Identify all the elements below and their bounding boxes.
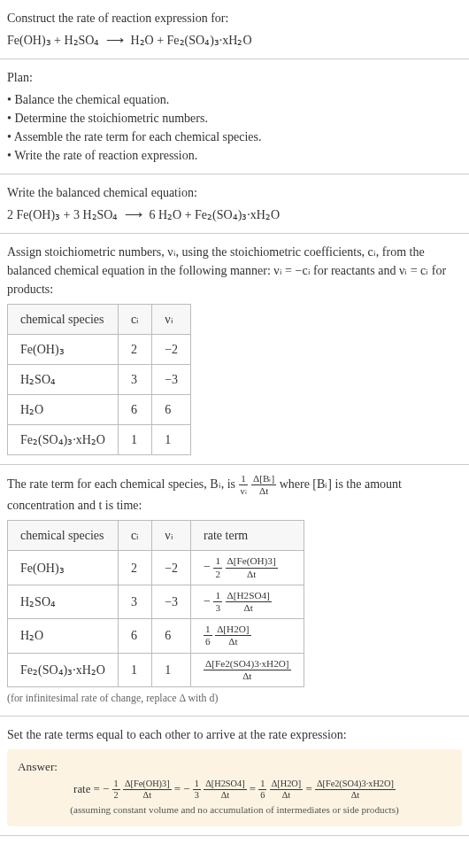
stoich-table: chemical species cᵢ νᵢ Fe(OH)₃ 2 −2 H₂SO… (7, 304, 191, 455)
c-cell: 3 (118, 365, 151, 395)
c-cell: 6 (118, 395, 151, 425)
sign: − (103, 783, 109, 795)
fraction: Δ[H2O]Δt (270, 779, 304, 801)
table-row: H₂SO₄ 3 −3 − 13 Δ[H2SO4]Δt (8, 585, 304, 618)
fraction: Δ[H2SO4]Δt (204, 779, 246, 801)
v-cell: 1 (152, 425, 191, 455)
answer-box: Answer: rate = − 12 Δ[Fe(OH)3]Δt = − 13 … (7, 749, 462, 826)
frac-den: Δt (258, 485, 270, 496)
fraction: Δ[H2SO4]Δt (226, 591, 272, 613)
equals: = (250, 783, 258, 795)
v-cell: 6 (152, 395, 191, 425)
plan-item: Balance the chemical equation. (7, 90, 462, 109)
intro-eq-right: H₂O + Fe₂(SO₄)₃·xH₂O (130, 34, 251, 47)
rateterm-note: (for infinitesimal rate of change, repla… (7, 691, 462, 707)
species-cell: Fe₂(SO₄)₃·xH₂O (8, 425, 119, 455)
assign-text: Assign stoichiometric numbers, νᵢ, using… (7, 243, 462, 298)
fraction: Δ[Fe2(SO4)3·xH2O]Δt (315, 779, 396, 801)
rateterm-cell: − 13 Δ[H2SO4]Δt (191, 585, 304, 618)
table-row: Fe(OH)₃ 2 −2 − 12 Δ[Fe(OH)3]Δt (8, 551, 304, 585)
rateterm-text1: The rate term for each chemical species,… (7, 477, 239, 491)
fraction: 1 νᵢ (239, 474, 249, 496)
table-row: H₂O 6 6 16 Δ[H2O]Δt (8, 619, 304, 653)
fraction: 13 (193, 779, 201, 801)
answer-label: Answer: (18, 758, 451, 776)
final-prompt: Set the rate terms equal to each other t… (7, 725, 462, 744)
fraction: 12 (112, 779, 120, 801)
species-cell: H₂SO₄ (8, 365, 119, 395)
species-cell: Fe(OH)₃ (8, 551, 119, 585)
plan-list: Balance the chemical equation. Determine… (7, 90, 462, 165)
intro-prompt: Construct the rate of reaction expressio… (7, 9, 462, 27)
rate-label: rate = (73, 783, 103, 795)
species-cell: H₂O (8, 395, 119, 425)
rateterm-cell: 16 Δ[H2O]Δt (191, 619, 304, 653)
sign: − (183, 783, 189, 795)
frac-num: Δ[Bᵢ] (251, 474, 276, 485)
balanced-eq-right: 6 H₂O + Fe₂(SO₄)₃·xH₂O (149, 208, 280, 221)
table-row: Fe(OH)₃ 2 −2 (8, 335, 191, 365)
c-cell: 3 (118, 585, 151, 618)
plan-section: Plan: Balance the chemical equation. Det… (0, 59, 469, 174)
fraction: Δ[Bᵢ] Δt (251, 474, 276, 496)
rateterm-section: The rate term for each chemical species,… (0, 465, 469, 717)
c-cell: 2 (118, 551, 151, 585)
species-cell: H₂SO₄ (8, 585, 119, 618)
c-cell: 6 (118, 619, 151, 653)
fraction: Δ[Fe(OH)3]Δt (123, 779, 172, 801)
table-header: νᵢ (152, 521, 191, 551)
table-row: Fe₂(SO₄)₃·xH₂O 1 1 (8, 425, 191, 455)
table-header: cᵢ (118, 305, 151, 335)
equals: = (305, 783, 314, 795)
answer-note: (assuming constant volume and no accumul… (18, 802, 451, 818)
species-cell: H₂O (8, 619, 119, 653)
fraction: Δ[Fe(OH)3]Δt (226, 556, 278, 578)
fraction: 16 (204, 624, 212, 647)
table-header: νᵢ (152, 305, 191, 335)
equals: = (174, 783, 183, 795)
frac-den: νᵢ (239, 485, 249, 496)
v-cell: 6 (152, 619, 191, 653)
frac-num: 1 (239, 474, 248, 485)
v-cell: −3 (152, 585, 191, 618)
table-row: H₂O 6 6 (8, 395, 191, 425)
rateterm-cell: − 12 Δ[Fe(OH)3]Δt (191, 551, 304, 585)
v-cell: −2 (152, 551, 191, 585)
balanced-eq-left: 2 Fe(OH)₃ + 3 H₂SO₄ (7, 208, 118, 221)
c-cell: 1 (118, 653, 151, 686)
rateterm-intro: The rate term for each chemical species,… (7, 474, 462, 515)
plan-item: Assemble the rate term for each chemical… (7, 128, 462, 146)
table-header: chemical species (8, 521, 119, 551)
species-cell: Fe₂(SO₄)₃·xH₂O (8, 653, 119, 686)
species-cell: Fe(OH)₃ (8, 335, 119, 365)
answer-expression: rate = − 12 Δ[Fe(OH)3]Δt = − 13 Δ[H2SO4]… (18, 779, 451, 801)
balanced-equation: 2 Fe(OH)₃ + 3 H₂SO₄ ⟶ 6 H₂O + Fe₂(SO₄)₃·… (7, 205, 462, 224)
balanced-section: Write the balanced chemical equation: 2 … (0, 174, 469, 234)
table-row: Fe₂(SO₄)₃·xH₂O 1 1 Δ[Fe2(SO4)3·xH2O]Δt (8, 653, 304, 686)
table-row: H₂SO₄ 3 −3 (8, 365, 191, 395)
rateterm-cell: Δ[Fe2(SO4)3·xH2O]Δt (191, 653, 304, 686)
plan-label: Plan: (7, 68, 462, 87)
c-cell: 1 (118, 425, 151, 455)
fraction: Δ[H2O]Δt (215, 624, 250, 647)
final-section: Set the rate terms equal to each other t… (0, 717, 469, 836)
plan-item: Determine the stoichiometric numbers. (7, 109, 462, 128)
arrow-icon: ⟶ (106, 31, 124, 50)
sign: − (204, 594, 211, 608)
sign: − (204, 560, 211, 573)
table-header: cᵢ (118, 521, 151, 551)
intro-section: Construct the rate of reaction expressio… (0, 0, 469, 59)
arrow-icon: ⟶ (125, 205, 142, 224)
fraction: 16 (258, 779, 266, 801)
fraction: 12 (213, 556, 222, 578)
rateterm-table: chemical species cᵢ νᵢ rate term Fe(OH)₃… (7, 520, 304, 687)
fraction: Δ[Fe2(SO4)3·xH2O]Δt (204, 659, 291, 681)
balanced-label: Write the balanced chemical equation: (7, 183, 462, 202)
fraction: 13 (213, 591, 222, 613)
intro-equation: Fe(OH)₃ + H₂SO₄ ⟶ H₂O + Fe₂(SO₄)₃·xH₂O (7, 31, 462, 50)
table-header: chemical species (8, 305, 119, 335)
intro-eq-left: Fe(OH)₃ + H₂SO₄ (7, 34, 99, 47)
v-cell: −3 (152, 365, 191, 395)
v-cell: −2 (152, 335, 191, 365)
plan-item: Write the rate of reaction expression. (7, 146, 462, 165)
